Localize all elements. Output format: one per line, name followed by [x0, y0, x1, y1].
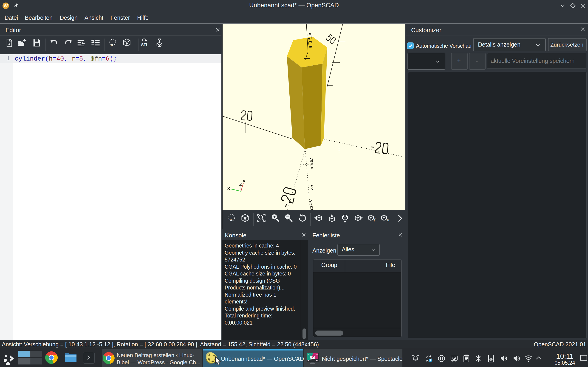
svg-text:b: b	[387, 218, 389, 222]
svg-text:f: f	[374, 217, 376, 222]
svg-text:»: »	[229, 217, 232, 223]
svg-text:»: »	[111, 42, 113, 48]
svg-text:STL: STL	[141, 43, 148, 47]
